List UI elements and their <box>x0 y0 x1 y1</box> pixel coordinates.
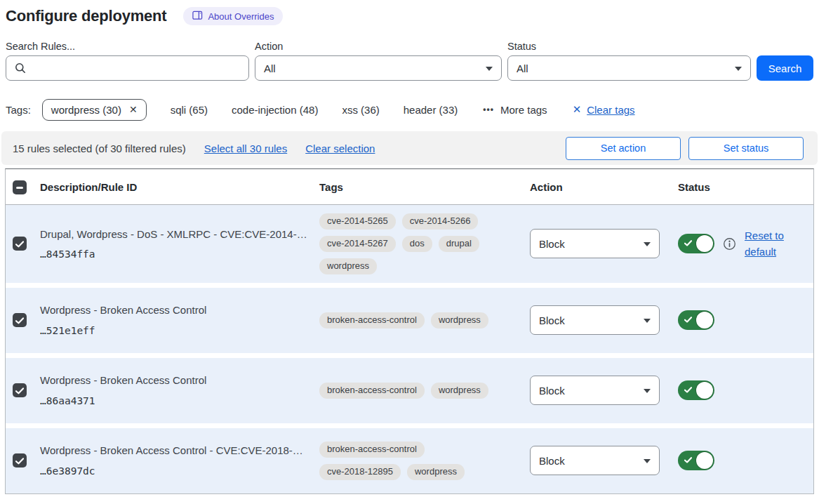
clear-tags-link[interactable]: ✕ Clear tags <box>573 103 635 116</box>
ellipsis-icon: ••• <box>483 105 494 114</box>
check-icon <box>684 317 692 323</box>
column-header-tags: Tags <box>319 181 530 193</box>
selected-tag-label: wordpress (30) <box>51 104 121 116</box>
set-action-button[interactable]: Set action <box>566 137 681 160</box>
select-all-checkbox[interactable] <box>13 180 27 194</box>
status-toggle[interactable] <box>678 310 714 330</box>
remove-tag-icon[interactable]: ✕ <box>129 105 138 114</box>
more-tags-button[interactable]: ••• More tags <box>483 104 547 116</box>
select-all-rules-link[interactable]: Select all 30 rules <box>204 142 287 154</box>
rule-action-select[interactable]: Block <box>530 376 660 405</box>
rule-id: …86aa4371 <box>40 395 319 406</box>
indeterminate-icon <box>16 187 23 189</box>
page-title: Configure deployment <box>6 7 166 25</box>
table-row: Wordpress - Broken Access Control …86aa4… <box>6 358 813 423</box>
about-overrides-label: About Overrides <box>208 12 274 21</box>
rule-id: …84534ffa <box>40 248 319 260</box>
chevron-down-icon <box>644 459 651 463</box>
check-icon <box>684 240 692 246</box>
rule-description: Wordpress - Broken Access Control <box>40 304 319 317</box>
rule-id: …521e1eff <box>40 325 319 336</box>
rules-table-body: Drupal, Wordpress - DoS - XMLRPC - CVE:C… <box>6 205 813 493</box>
status-filter-value: All <box>517 62 528 74</box>
tag-pill: wordpress <box>407 464 465 480</box>
rule-action-select[interactable]: Block <box>530 229 660 258</box>
rule-description: Wordpress - Broken Access Control - CVE:… <box>40 444 319 458</box>
more-tags-label: More tags <box>500 104 547 116</box>
table-row: Drupal, Wordpress - DoS - XMLRPC - CVE:C… <box>6 205 813 283</box>
rule-tags: broken-access-controlwordpress <box>319 312 499 329</box>
tag-option-header[interactable]: header (33) <box>404 104 458 116</box>
search-rules-input-wrap[interactable] <box>6 55 249 81</box>
bulk-selection-bar: 15 rules selected (of 30 filtered rules)… <box>1 131 818 165</box>
row-checkbox[interactable] <box>13 313 27 327</box>
row-checkbox[interactable] <box>13 383 27 397</box>
reset-to-default-link[interactable]: Reset to default <box>745 227 791 260</box>
tag-pill: drupal <box>439 236 479 252</box>
tag-option-xss[interactable]: xss (36) <box>342 104 379 116</box>
status-toggle[interactable] <box>678 380 714 400</box>
rule-tags: broken-access-controlwordpress <box>319 383 499 399</box>
check-icon <box>15 385 24 397</box>
tag-pill: cve-2018-12895 <box>319 464 401 480</box>
rule-action-value: Block <box>539 385 565 397</box>
chevron-down-icon <box>644 242 651 246</box>
rules-table: Description/Rule ID Tags Action Status D… <box>5 168 814 494</box>
chevron-down-icon <box>486 67 493 71</box>
toggle-knob <box>696 452 713 469</box>
status-filter-label: Status <box>507 41 751 52</box>
search-icon <box>15 62 26 76</box>
tag-pill: dos <box>402 236 432 252</box>
chevron-down-icon <box>644 389 651 393</box>
action-filter-value: All <box>264 62 276 74</box>
tag-pill: cve-2014-5267 <box>319 236 396 252</box>
rule-action-value: Block <box>539 455 565 467</box>
rule-id: …6e3897dc <box>40 465 319 477</box>
action-filter-label: Action <box>255 41 502 52</box>
rule-action-select[interactable]: Block <box>530 305 660 335</box>
about-overrides-badge[interactable]: About Overrides <box>183 7 283 25</box>
search-button[interactable]: Search <box>757 55 813 81</box>
clear-tags-icon: ✕ <box>573 103 582 116</box>
chevron-down-icon <box>735 67 742 71</box>
tags-bar: Tags: wordpress (30) ✕ sqli (65) code-in… <box>0 98 819 121</box>
clear-selection-link[interactable]: Clear selection <box>305 142 375 154</box>
search-rules-input[interactable] <box>32 56 242 80</box>
rule-tags: cve-2014-5265cve-2014-5266cve-2014-5267d… <box>319 213 499 274</box>
table-row: Wordpress - Broken Access Control - CVE:… <box>6 428 813 493</box>
column-header-description: Description/Rule ID <box>40 181 319 193</box>
check-icon <box>15 238 24 250</box>
toggle-knob <box>696 235 713 252</box>
book-icon <box>192 11 203 22</box>
table-row: Wordpress - Broken Access Control …521e1… <box>6 288 813 353</box>
check-icon <box>684 387 692 393</box>
selection-summary: 15 rules selected (of 30 filtered rules) <box>13 142 186 154</box>
rule-description: Drupal, Wordpress - DoS - XMLRPC - CVE:C… <box>40 228 319 241</box>
tag-pill: wordpress <box>319 258 377 274</box>
check-icon <box>684 457 692 463</box>
tag-pill: wordpress <box>431 312 488 329</box>
status-toggle[interactable] <box>678 451 714 470</box>
set-status-button[interactable]: Set status <box>688 137 804 160</box>
rule-action-select[interactable]: Block <box>530 446 660 475</box>
rule-description: Wordpress - Broken Access Control <box>40 374 319 387</box>
table-header-row: Description/Rule ID Tags Action Status <box>6 169 813 205</box>
tags-label: Tags: <box>6 104 31 116</box>
row-checkbox[interactable] <box>13 453 27 467</box>
selected-tag-chip[interactable]: wordpress (30) ✕ <box>42 99 147 121</box>
tag-pill: broken-access-control <box>319 383 425 399</box>
tag-option-sqli[interactable]: sqli (65) <box>171 104 208 116</box>
status-toggle[interactable] <box>678 234 714 253</box>
action-filter-select[interactable]: All <box>255 55 502 81</box>
tag-pill: cve-2014-5265 <box>319 213 396 230</box>
column-header-action: Action <box>530 181 672 193</box>
status-filter-select[interactable]: All <box>507 55 751 81</box>
clear-tags-label: Clear tags <box>587 104 634 116</box>
row-checkbox[interactable] <box>13 237 27 251</box>
search-rules-label: Search Rules... <box>6 41 249 52</box>
tag-option-code-injection[interactable]: code-injection (48) <box>232 104 318 116</box>
check-icon <box>15 314 24 326</box>
info-icon[interactable] <box>723 237 736 251</box>
toggle-knob <box>696 312 713 329</box>
tag-pill: wordpress <box>431 383 488 399</box>
